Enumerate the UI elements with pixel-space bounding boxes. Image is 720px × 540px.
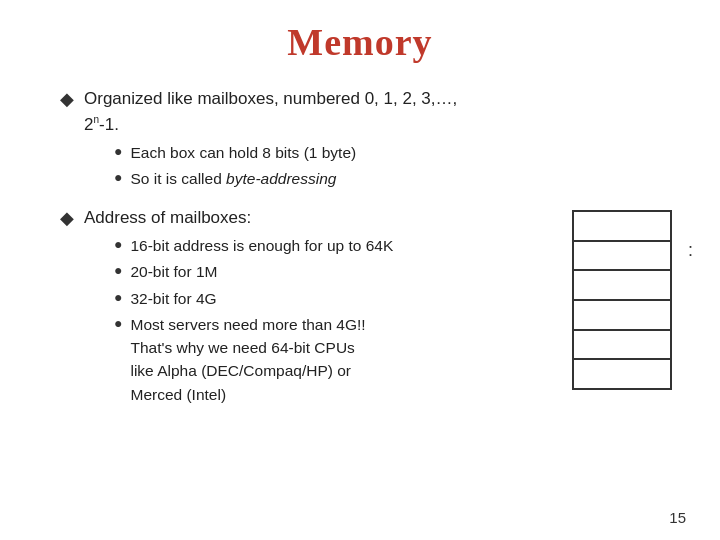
sub-bullet-2-2-text: 20-bit for 1M	[130, 260, 217, 283]
mailbox-row-3	[574, 271, 670, 301]
sub-dot-icon-3: ●	[114, 236, 122, 252]
sub-bullet-2-1-text: 16-bit address is enough for up to 64K	[130, 234, 393, 257]
bullet-1: ◆ Organized like mailboxes, numbered 0, …	[60, 86, 680, 195]
sub-bullet-2-1: ● 16-bit address is enough for up to 64K	[114, 234, 393, 257]
sub-bullet-1-1-text: Each box can hold 8 bits (1 byte)	[130, 141, 356, 164]
mailbox-dots: :	[688, 240, 694, 261]
sub-dot-icon-2: ●	[114, 169, 122, 185]
sub-dot-icon-4: ●	[114, 262, 122, 278]
slide-title: Memory	[40, 20, 680, 64]
sub-bullet-2-4-text: Most servers need more than 4G!! That's …	[130, 313, 365, 406]
mailbox-box	[572, 210, 672, 390]
page-number: 15	[669, 509, 686, 526]
sub-dot-icon-5: ●	[114, 289, 122, 305]
bullet-2-icon: ◆	[60, 207, 74, 229]
bullet-2-main: Address of mailboxes:	[84, 208, 251, 227]
bullet-2-subs: ● 16-bit address is enough for up to 64K…	[114, 234, 393, 406]
bullet-1-text: Organized like mailboxes, numbered 0, 1,…	[84, 86, 457, 195]
mailbox-row-5	[574, 331, 670, 361]
sub-bullet-1-1: ● Each box can hold 8 bits (1 byte)	[114, 141, 457, 164]
sub-bullet-2-2: ● 20-bit for 1M	[114, 260, 393, 283]
bullet-1-main: Organized like mailboxes, numbered 0, 1,…	[84, 89, 457, 134]
sub-bullet-1-2-text: So it is called byte-addressing	[130, 167, 336, 190]
bullet-2-text: Address of mailboxes: ● 16-bit address i…	[84, 205, 393, 410]
mailbox-row-2	[574, 242, 670, 272]
sub-bullet-2-4: ● Most servers need more than 4G!! That'…	[114, 313, 393, 406]
sub-bullet-1-2: ● So it is called byte-addressing	[114, 167, 457, 190]
italic-text: byte-addressing	[226, 170, 336, 187]
sub-bullet-2-3: ● 32-bit for 4G	[114, 287, 393, 310]
sub-dot-icon: ●	[114, 143, 122, 159]
sub-bullet-2-3-text: 32-bit for 4G	[130, 287, 216, 310]
sub-dot-icon-6: ●	[114, 315, 122, 331]
mailbox-row-4	[574, 301, 670, 331]
mailbox-row-6	[574, 360, 670, 388]
bullet-1-subs: ● Each box can hold 8 bits (1 byte) ● So…	[114, 141, 457, 191]
mailbox-row-1	[574, 212, 670, 242]
mailbox-diagram: :	[572, 210, 672, 390]
slide: Memory ◆ Organized like mailboxes, numbe…	[0, 0, 720, 540]
bullet-1-icon: ◆	[60, 88, 74, 110]
